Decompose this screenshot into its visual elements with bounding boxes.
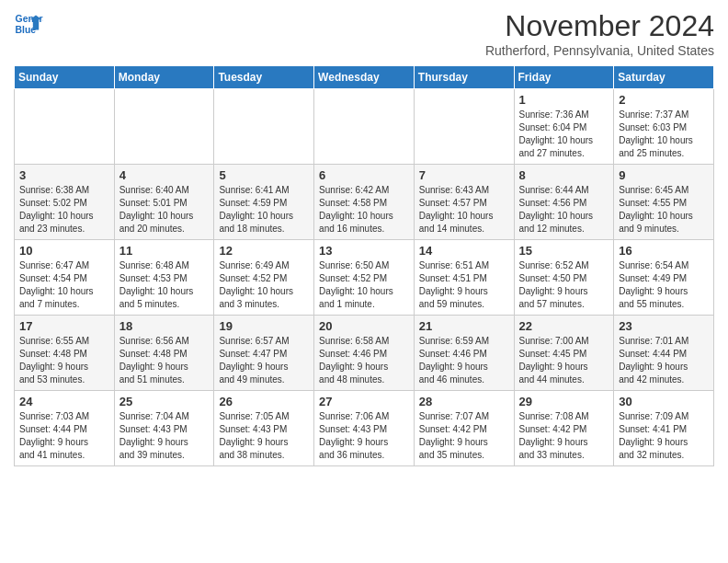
day-info: Sunrise: 6:41 AM Sunset: 4:59 PM Dayligh… [219,184,309,236]
calendar-table: SundayMondayTuesdayWednesdayThursdayFrid… [14,65,714,466]
day-number: 12 [219,244,309,258]
calendar-cell: 29Sunrise: 7:08 AM Sunset: 4:42 PM Dayli… [514,391,614,466]
day-info: Sunrise: 6:54 AM Sunset: 4:49 PM Dayligh… [619,259,709,311]
day-info: Sunrise: 7:06 AM Sunset: 4:43 PM Dayligh… [319,410,409,462]
day-number: 18 [119,319,210,333]
day-info: Sunrise: 6:51 AM Sunset: 4:51 PM Dayligh… [419,259,509,311]
calendar-cell: 20Sunrise: 6:58 AM Sunset: 4:46 PM Dayli… [314,316,415,391]
calendar-cell [15,89,115,165]
day-info: Sunrise: 7:37 AM Sunset: 6:03 PM Dayligh… [619,109,709,160]
day-info: Sunrise: 6:58 AM Sunset: 4:46 PM Dayligh… [319,335,409,386]
day-number: 8 [519,168,609,182]
day-info: Sunrise: 6:40 AM Sunset: 5:01 PM Dayligh… [119,184,210,236]
day-number: 14 [419,244,509,258]
location: Rutherford, Pennsylvania, United States [485,43,714,58]
calendar-cell: 24Sunrise: 7:03 AM Sunset: 4:44 PM Dayli… [15,391,115,466]
calendar-cell: 2Sunrise: 7:37 AM Sunset: 6:03 PM Daylig… [614,89,714,165]
calendar-cell: 5Sunrise: 6:41 AM Sunset: 4:59 PM Daylig… [214,165,314,240]
day-info: Sunrise: 6:48 AM Sunset: 4:53 PM Dayligh… [119,259,210,311]
day-info: Sunrise: 7:00 AM Sunset: 4:45 PM Dayligh… [519,335,609,386]
calendar-cell: 14Sunrise: 6:51 AM Sunset: 4:51 PM Dayli… [414,240,514,316]
logo: General Blue [14,9,43,39]
day-number: 1 [519,93,609,107]
day-info: Sunrise: 6:57 AM Sunset: 4:47 PM Dayligh… [219,335,309,386]
day-info: Sunrise: 7:01 AM Sunset: 4:44 PM Dayligh… [619,335,709,386]
day-number: 28 [419,395,509,408]
calendar-cell: 27Sunrise: 7:06 AM Sunset: 4:43 PM Dayli… [314,391,415,466]
day-number: 27 [319,395,409,408]
day-info: Sunrise: 7:04 AM Sunset: 4:43 PM Dayligh… [119,410,210,462]
day-number: 6 [319,168,409,182]
day-info: Sunrise: 6:49 AM Sunset: 4:52 PM Dayligh… [219,259,309,311]
day-number: 13 [319,244,409,258]
col-header-saturday: Saturday [614,66,714,89]
col-header-friday: Friday [514,66,614,89]
day-number: 21 [419,319,509,333]
calendar-cell: 3Sunrise: 6:38 AM Sunset: 5:02 PM Daylig… [15,165,115,240]
day-info: Sunrise: 6:50 AM Sunset: 4:52 PM Dayligh… [319,259,409,311]
day-number: 23 [619,319,709,333]
day-number: 24 [19,395,109,408]
calendar-cell: 10Sunrise: 6:47 AM Sunset: 4:54 PM Dayli… [15,240,115,316]
day-info: Sunrise: 6:45 AM Sunset: 4:55 PM Dayligh… [619,184,709,236]
day-number: 19 [219,319,309,333]
calendar-cell: 28Sunrise: 7:07 AM Sunset: 4:42 PM Dayli… [414,391,514,466]
day-info: Sunrise: 6:55 AM Sunset: 4:48 PM Dayligh… [19,335,109,386]
day-number: 10 [19,244,109,258]
day-info: Sunrise: 6:42 AM Sunset: 4:58 PM Dayligh… [319,184,409,236]
day-info: Sunrise: 7:07 AM Sunset: 4:42 PM Dayligh… [419,410,509,462]
day-info: Sunrise: 7:05 AM Sunset: 4:43 PM Dayligh… [219,410,309,462]
day-number: 20 [319,319,409,333]
day-number: 16 [619,244,709,258]
day-info: Sunrise: 6:43 AM Sunset: 4:57 PM Dayligh… [419,184,509,236]
col-header-thursday: Thursday [414,66,514,89]
calendar-cell: 6Sunrise: 6:42 AM Sunset: 4:58 PM Daylig… [314,165,415,240]
day-number: 17 [19,319,109,333]
calendar-cell: 15Sunrise: 6:52 AM Sunset: 4:50 PM Dayli… [514,240,614,316]
calendar-cell: 18Sunrise: 6:56 AM Sunset: 4:48 PM Dayli… [114,316,214,391]
calendar-cell: 23Sunrise: 7:01 AM Sunset: 4:44 PM Dayli… [614,316,714,391]
calendar-cell: 7Sunrise: 6:43 AM Sunset: 4:57 PM Daylig… [414,165,514,240]
calendar-cell: 9Sunrise: 6:45 AM Sunset: 4:55 PM Daylig… [614,165,714,240]
calendar-cell: 12Sunrise: 6:49 AM Sunset: 4:52 PM Dayli… [214,240,314,316]
day-number: 9 [619,168,709,182]
calendar-cell: 21Sunrise: 6:59 AM Sunset: 4:46 PM Dayli… [414,316,514,391]
day-info: Sunrise: 6:47 AM Sunset: 4:54 PM Dayligh… [19,259,109,311]
day-info: Sunrise: 7:08 AM Sunset: 4:42 PM Dayligh… [519,410,609,462]
col-header-sunday: Sunday [15,66,115,89]
day-info: Sunrise: 7:09 AM Sunset: 4:41 PM Dayligh… [619,410,709,462]
day-info: Sunrise: 6:44 AM Sunset: 4:56 PM Dayligh… [519,184,609,236]
calendar-cell: 4Sunrise: 6:40 AM Sunset: 5:01 PM Daylig… [114,165,214,240]
calendar-cell: 8Sunrise: 6:44 AM Sunset: 4:56 PM Daylig… [514,165,614,240]
col-header-wednesday: Wednesday [314,66,415,89]
day-number: 25 [119,395,210,408]
day-number: 22 [519,319,609,333]
calendar-cell [414,89,514,165]
col-header-monday: Monday [114,66,214,89]
day-number: 26 [219,395,309,408]
calendar-cell: 26Sunrise: 7:05 AM Sunset: 4:43 PM Dayli… [214,391,314,466]
calendar-cell [114,89,214,165]
calendar-cell: 30Sunrise: 7:09 AM Sunset: 4:41 PM Dayli… [614,391,714,466]
page-header: General Blue November 2024 Rutherford, P… [14,9,714,58]
logo-icon: General Blue [14,9,43,39]
day-number: 3 [19,168,109,182]
day-number: 5 [219,168,309,182]
calendar-cell: 19Sunrise: 6:57 AM Sunset: 4:47 PM Dayli… [214,316,314,391]
calendar-cell: 22Sunrise: 7:00 AM Sunset: 4:45 PM Dayli… [514,316,614,391]
calendar-cell: 25Sunrise: 7:04 AM Sunset: 4:43 PM Dayli… [114,391,214,466]
day-number: 15 [519,244,609,258]
day-number: 30 [619,395,709,408]
day-number: 29 [519,395,609,408]
calendar-cell: 13Sunrise: 6:50 AM Sunset: 4:52 PM Dayli… [314,240,415,316]
calendar-cell: 11Sunrise: 6:48 AM Sunset: 4:53 PM Dayli… [114,240,214,316]
day-number: 2 [619,93,709,107]
calendar-cell: 1Sunrise: 7:36 AM Sunset: 6:04 PM Daylig… [514,89,614,165]
col-header-tuesday: Tuesday [214,66,314,89]
day-info: Sunrise: 7:03 AM Sunset: 4:44 PM Dayligh… [19,410,109,462]
day-number: 11 [119,244,210,258]
day-info: Sunrise: 6:38 AM Sunset: 5:02 PM Dayligh… [19,184,109,236]
calendar-cell [214,89,314,165]
month-title: November 2024 [485,9,714,43]
title-block: November 2024 Rutherford, Pennsylvania, … [485,9,714,58]
